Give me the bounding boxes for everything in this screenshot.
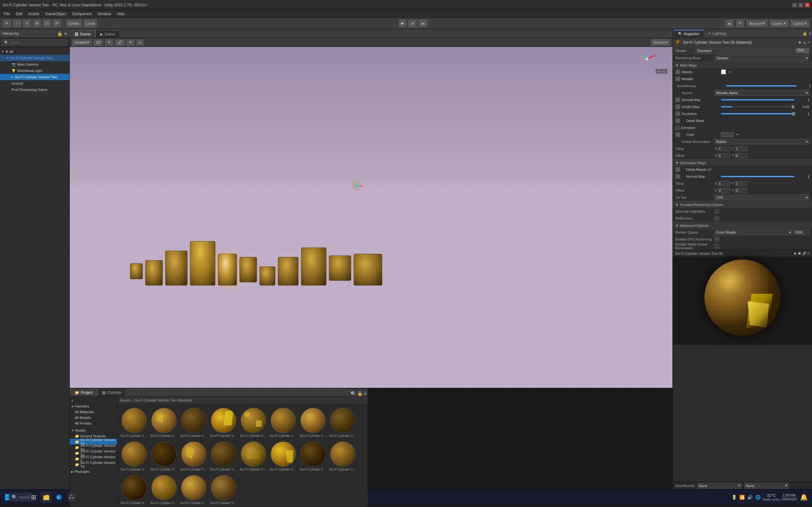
menu-component[interactable]: Component xyxy=(69,11,94,17)
material-menu-icon[interactable]: ≡ xyxy=(808,40,809,44)
emission-color-swatch[interactable] xyxy=(721,132,734,137)
proj-all-prefabs[interactable]: All Prefabs xyxy=(70,420,117,426)
maximize-button[interactable]: □ xyxy=(799,3,803,7)
account-dropdown[interactable]: Account ▾ xyxy=(746,20,768,27)
hierarchy-item-all[interactable]: ▼ ▼ All xyxy=(0,49,69,55)
center-button[interactable]: Center xyxy=(66,19,82,27)
hierarchy-item-light[interactable]: 💡 Directional Light xyxy=(0,67,69,74)
project-menu-icon[interactable]: ≡ xyxy=(364,391,366,396)
hierarchy-item-camera[interactable]: 📷 Main Camera xyxy=(0,61,69,67)
hand-tool-button[interactable]: ✦ xyxy=(3,19,11,27)
uv-set-dropdown[interactable]: UV0 ▾ xyxy=(715,194,809,200)
hierarchy-item-cylinder[interactable]: ▶ Sci-Fi Cylinder Version Two xyxy=(0,74,69,80)
gpu-instancing-checkbox[interactable]: ✓ xyxy=(715,237,719,241)
rotate-tool-button[interactable]: ↻ xyxy=(23,19,32,27)
menu-help[interactable]: Help xyxy=(114,11,127,17)
wifi-icon[interactable]: 📶 xyxy=(739,494,745,500)
proj-packages[interactable]: ▶ Packages xyxy=(70,469,117,474)
asset-bundle-dropdown[interactable]: None ▾ xyxy=(698,483,742,489)
menu-assets[interactable]: Assets xyxy=(26,11,42,17)
menu-window[interactable]: Window xyxy=(95,11,113,17)
collab-button[interactable]: ⟳ xyxy=(736,19,745,27)
move-tool-button[interactable]: ↔ xyxy=(12,19,21,27)
sec-offset-y-input[interactable] xyxy=(734,188,747,193)
close-button[interactable]: ✕ xyxy=(805,3,809,7)
asset-item-9[interactable]: Sci-Fi Cylinder Ve... xyxy=(150,440,178,472)
tiling-y-input[interactable] xyxy=(734,146,747,151)
minimize-button[interactable]: — xyxy=(792,3,797,7)
occlusion-slider[interactable] xyxy=(721,113,794,114)
preview-play-icon[interactable]: ▶ xyxy=(794,251,797,256)
local-button[interactable]: Local xyxy=(84,19,97,27)
emission-checkbox[interactable]: ✓ xyxy=(675,125,680,130)
asset-item-8[interactable]: Sci-Fi Cylinder Ve... xyxy=(120,440,148,472)
console-tab[interactable]: ▦ Console xyxy=(97,389,126,396)
sec-offset-x-input[interactable] xyxy=(717,188,730,193)
reflections-checkbox[interactable]: ✓ xyxy=(715,216,719,221)
transform-tool-button[interactable]: ⟳ xyxy=(53,19,61,27)
layers-dropdown[interactable]: Layers ▾ xyxy=(769,20,789,27)
transform-gizmo[interactable] xyxy=(347,176,366,195)
secondary-normal-slider[interactable] xyxy=(721,176,794,177)
search-taskbar[interactable]: 🔍 Search xyxy=(15,492,27,503)
render-queue-source-dropdown[interactable]: From Shader ▾ xyxy=(715,229,792,235)
asset-item-2[interactable]: Sci-Fi Cylinder Ve... xyxy=(180,406,208,439)
asset-item-11[interactable]: Sci-Fi Cylinder Ve... xyxy=(209,440,238,472)
specular-checkbox[interactable]: ✓ xyxy=(715,209,719,214)
normal-slider[interactable] xyxy=(721,99,794,101)
scene-axis-gizmo[interactable]: X Y Z xyxy=(638,49,657,68)
project-lock-icon[interactable]: 🔒 xyxy=(357,391,362,396)
asset-item-5[interactable]: Sci-Fi Cylinder Ve... xyxy=(269,406,298,439)
render-queue-value-input[interactable] xyxy=(794,230,809,235)
asset-item-1[interactable]: Sci-Fi Cylinder Ve... xyxy=(150,406,178,439)
smoothness-slider[interactable] xyxy=(726,85,797,87)
preview-open-icon[interactable]: 🔗 xyxy=(802,251,807,256)
play-button[interactable]: ▶ xyxy=(398,19,407,27)
shader-dropdown[interactable]: Standard xyxy=(696,48,794,54)
hierarchy-item-ground[interactable]: Ground xyxy=(0,80,69,87)
proj-all-models[interactable]: All Models xyxy=(70,415,117,420)
project-tab[interactable]: 📁 Project xyxy=(70,389,97,396)
shaded-dropdown[interactable]: Shaded ▾ xyxy=(72,39,92,46)
step-button[interactable]: ⏭ xyxy=(418,19,427,27)
audio-button[interactable]: 🔊 xyxy=(115,39,125,46)
hierarchy-menu-icon[interactable]: ≡ xyxy=(64,31,67,36)
preview-menu-icon[interactable]: ≡ xyxy=(808,251,809,256)
asset-item-12[interactable]: Sci-Fi Cylinder Ve... xyxy=(239,440,268,472)
lighting-button[interactable]: ☀ xyxy=(105,39,113,46)
inspector-menu-icon[interactable]: ≡ xyxy=(809,32,811,36)
asset-item-13[interactable]: Sci-Fi Cylinder Ve... xyxy=(269,440,298,472)
color-pencil-icon[interactable]: ✏ xyxy=(736,133,739,137)
shader-edit-button[interactable]: Edit... xyxy=(795,48,809,54)
cloud-button[interactable]: ☁ xyxy=(725,19,734,27)
asset-item-7[interactable]: Sci-Fi Cylinder Ve... xyxy=(328,406,357,439)
preview-capture-icon[interactable]: ⏹ xyxy=(798,251,801,256)
hierarchy-item-postprocess[interactable]: Post Processing Volum xyxy=(0,87,69,93)
battery-icon[interactable]: 🔋 xyxy=(731,494,738,500)
taskbar-edge[interactable]: e xyxy=(53,492,65,503)
volume-icon[interactable]: 🔊 xyxy=(747,494,753,500)
asset-item-0[interactable]: Sci-Fi Cylinder Ve... xyxy=(120,406,148,439)
double-sided-gi-checkbox[interactable] xyxy=(715,244,719,248)
asset-item-18[interactable]: Sci-Fi Cylinder Ve... xyxy=(180,474,208,506)
gizmos-dropdown[interactable]: Gizmos ▾ xyxy=(651,39,670,46)
scene-view[interactable]: X Y Z Persp xyxy=(70,47,672,388)
sec-tiling-x-input[interactable] xyxy=(717,181,730,186)
taskbar-clock[interactable]: 1:09 PM 10/6/2023 xyxy=(781,493,797,501)
albedo-pencil-icon[interactable]: ✏ xyxy=(728,70,731,74)
2d-button[interactable]: 2D xyxy=(93,39,103,46)
asset-item-15[interactable]: Sci-Fi Cylinder Ve... xyxy=(328,440,357,472)
source-dropdown[interactable]: Metallic Alpha ▾ xyxy=(715,90,809,96)
layout-dropdown[interactable]: Layout ▾ xyxy=(791,20,809,27)
occlusion-slider-handle[interactable] xyxy=(792,112,795,115)
albedo-color-swatch[interactable] xyxy=(721,69,726,74)
forward-rendering-header[interactable]: ▼ Forward Rendering Options xyxy=(673,201,812,208)
height-slider-handle[interactable] xyxy=(792,105,794,108)
asset-item-4[interactable]: Sci-Fi Cylinder Ve... xyxy=(239,406,268,439)
secondary-maps-header[interactable]: ▼ Secondary Maps xyxy=(673,159,812,166)
asset-item-10[interactable]: Sci-Fi Cylinder Ve... xyxy=(180,440,208,472)
global-illum-dropdown[interactable]: Baked ▾ xyxy=(715,139,809,145)
hierarchy-item-scifi[interactable]: ▼ Sci-Fi Cylinder Version Two xyxy=(0,55,69,61)
inspector-lock-icon[interactable]: 🔒 xyxy=(803,32,807,36)
advanced-options-header[interactable]: ▼ Advanced Options xyxy=(673,222,812,229)
